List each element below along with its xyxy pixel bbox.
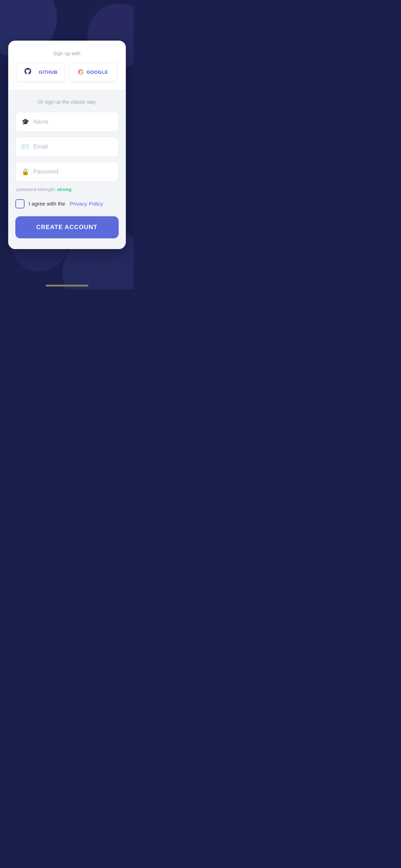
create-account-button[interactable]: CREATE ACCOUNT: [15, 216, 119, 238]
email-input[interactable]: [34, 144, 113, 150]
github-signup-button[interactable]: GITHUB: [17, 63, 65, 82]
email-input-wrapper: ✉️: [15, 137, 119, 157]
card-bottom-section: Or sign up the classic way 🎓 ✉️ 🔒 passwo: [8, 91, 126, 249]
privacy-policy-checkbox[interactable]: [15, 199, 25, 208]
password-input-group: 🔒: [15, 162, 119, 182]
agree-text: I agree with the Privacy Policy: [29, 201, 103, 207]
email-input-group: ✉️: [15, 137, 119, 157]
password-strength-row: password strength: strong: [15, 187, 119, 192]
name-input-group: 🎓: [15, 112, 119, 132]
social-buttons-row: GITHUB G GOOGLE: [17, 63, 117, 82]
github-btn-label: GITHUB: [39, 69, 58, 75]
privacy-policy-link[interactable]: Privacy Policy: [70, 201, 103, 207]
card-top-section: Sign up with GITHUB G GOOGLE: [8, 41, 126, 90]
agree-row: I agree with the Privacy Policy: [15, 199, 119, 208]
name-input-wrapper: 🎓: [15, 112, 119, 132]
github-icon: [24, 67, 32, 77]
password-strength-label: password strength:: [17, 187, 56, 192]
name-input[interactable]: [34, 119, 113, 125]
classic-signup-label: Or sign up the classic way: [15, 99, 119, 105]
sign-up-with-label: Sign up with: [17, 51, 117, 56]
password-input[interactable]: [34, 169, 113, 175]
password-strength-value: strong: [57, 187, 71, 192]
password-input-wrapper: 🔒: [15, 162, 119, 182]
google-btn-label: GOOGLE: [87, 69, 108, 75]
signup-card: Sign up with GITHUB G GOOGLE Or sign up …: [8, 41, 126, 249]
agree-text-label: I agree with the: [29, 201, 66, 207]
home-indicator: [46, 285, 88, 286]
google-signup-button[interactable]: G GOOGLE: [69, 63, 117, 82]
email-icon: ✉️: [21, 143, 29, 151]
google-icon: G: [78, 68, 84, 76]
name-icon: 🎓: [21, 118, 29, 126]
password-icon: 🔒: [21, 168, 29, 176]
